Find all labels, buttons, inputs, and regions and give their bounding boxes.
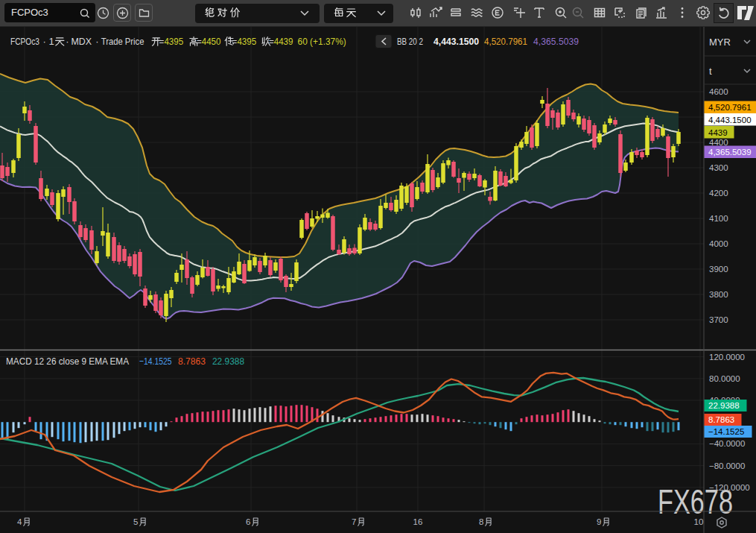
svg-text:22.9388: 22.9388: [708, 401, 740, 410]
svg-text:4,443.1500: 4,443.1500: [708, 116, 752, 124]
svg-text:=4395: =4395: [159, 36, 184, 47]
svg-text:3800: 3800: [709, 290, 728, 299]
svg-text:16: 16: [413, 517, 423, 526]
svg-text:−14.1525: −14.1525: [139, 356, 172, 367]
svg-text:8: 8: [479, 517, 483, 526]
svg-text:MYR: MYR: [709, 37, 731, 48]
svg-text:8.7863: 8.7863: [708, 415, 734, 424]
svg-text:4,443.1500: 4,443.1500: [433, 36, 479, 47]
svg-text:22.9388: 22.9388: [212, 356, 244, 367]
svg-text:−40.0000: −40.0000: [709, 439, 745, 448]
svg-text:5: 5: [133, 517, 138, 526]
svg-text:4100: 4100: [709, 214, 728, 223]
svg-text:MDX: MDX: [72, 36, 92, 47]
svg-text:3900: 3900: [709, 265, 728, 274]
svg-text:3700: 3700: [709, 315, 728, 324]
svg-text:80.0000: 80.0000: [709, 374, 740, 383]
svg-text:4,520.7961: 4,520.7961: [708, 103, 752, 112]
svg-text:4,520.7961: 4,520.7961: [484, 36, 527, 47]
svg-text:4600: 4600: [709, 87, 728, 96]
svg-text:−80.0000: −80.0000: [709, 461, 745, 470]
svg-text:4439: 4439: [708, 128, 728, 137]
svg-text:1: 1: [49, 36, 54, 47]
svg-text:t: t: [709, 66, 712, 77]
svg-text:60 (+1.37%): 60 (+1.37%): [298, 36, 346, 47]
svg-text:MACD 12 26 close 9 EMA EMA: MACD 12 26 close 9 EMA EMA: [6, 356, 129, 367]
svg-text:·: ·: [95, 36, 98, 47]
svg-text:BB 20 2: BB 20 2: [397, 36, 423, 47]
svg-text:−120.0000: −120.0000: [709, 483, 750, 492]
svg-text:10: 10: [694, 517, 704, 526]
svg-text:=4439: =4439: [269, 36, 293, 47]
svg-text:−14.1525: −14.1525: [708, 427, 744, 436]
svg-text:4: 4: [17, 517, 22, 526]
svg-text:·: ·: [43, 36, 46, 47]
svg-text:=4395: =4395: [232, 36, 257, 47]
svg-text:=4450: =4450: [197, 36, 221, 47]
svg-text:120.0000: 120.0000: [709, 353, 745, 362]
svg-text:9: 9: [597, 517, 601, 526]
svg-text:6: 6: [246, 517, 250, 526]
svg-text:4,365.5039: 4,365.5039: [533, 36, 579, 47]
svg-text:4000: 4000: [709, 239, 728, 248]
svg-text:4,365.5039: 4,365.5039: [708, 148, 752, 157]
svg-text:7: 7: [352, 517, 356, 526]
svg-text:4200: 4200: [709, 189, 728, 198]
svg-text:8.7863: 8.7863: [178, 356, 206, 367]
svg-text:4400: 4400: [709, 138, 728, 147]
svg-text:4300: 4300: [709, 163, 728, 172]
svg-text:Trade Price: Trade Price: [101, 36, 144, 47]
svg-text:FCPOc3: FCPOc3: [10, 36, 39, 47]
svg-text:·: ·: [66, 36, 69, 47]
